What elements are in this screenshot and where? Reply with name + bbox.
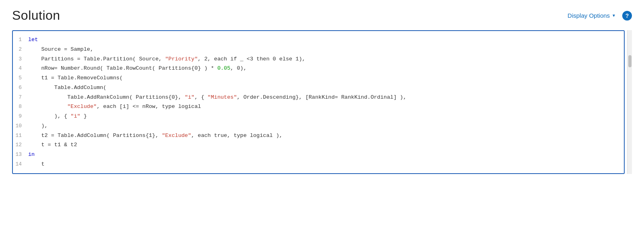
table-row: 3 Partitions = Table.Partition( Source, … — [13, 54, 624, 64]
line-number: 7 — [13, 93, 28, 102]
help-icon-label: ? — [625, 12, 629, 19]
code-token: let — [28, 37, 38, 43]
chevron-down-icon: ▼ — [612, 13, 616, 18]
line-content: Source = Sample, — [28, 45, 617, 54]
code-token: 0.05 — [217, 65, 230, 71]
code-token: Source = Sample, — [28, 46, 93, 52]
code-token: t — [28, 161, 45, 167]
code-token: , 2, each if _ <3 then 0 else 1), — [198, 56, 305, 62]
code-block: 1let2 Source = Sample,3 Partitions = Tab… — [13, 35, 624, 169]
line-number: 13 — [13, 150, 28, 160]
code-token: "Priority" — [165, 56, 198, 62]
line-number: 8 — [13, 102, 28, 112]
scrollbar-track[interactable] — [627, 30, 632, 174]
code-token: Table.AddColumn( — [28, 85, 106, 91]
code-token: , 0), — [230, 65, 247, 71]
code-token: Table.AddRankColumn( Partitions{0}, — [28, 94, 185, 100]
line-number: 5 — [13, 74, 28, 83]
line-content: ), { "i" } — [28, 112, 617, 121]
display-options-button[interactable]: Display Options ▼ — [565, 10, 618, 21]
line-number: 6 — [13, 83, 28, 93]
code-token: t2 = Table.AddColumn( Partitions{1}, — [28, 133, 162, 139]
line-content: Table.AddRankColumn( Partitions{0}, "i",… — [28, 93, 617, 102]
line-content: in — [28, 150, 617, 160]
line-content: Table.AddColumn( — [28, 83, 617, 93]
code-token: , Order.Descending}, [RankKind= RankKind… — [237, 94, 407, 100]
table-row: 4 nRow= Number.Round( Table.RowCount( Pa… — [13, 64, 624, 73]
code-token — [28, 104, 67, 110]
code-token: "Minutes" — [208, 94, 237, 100]
line-number: 14 — [13, 160, 28, 169]
display-options-label: Display Options — [568, 12, 610, 19]
line-number: 2 — [13, 45, 28, 54]
table-row: 12 t = t1 & t2 — [13, 140, 624, 150]
code-token: } — [80, 113, 87, 119]
code-token: , { — [194, 94, 207, 100]
line-number: 3 — [13, 55, 28, 64]
line-content: t1 = Table.RemoveColumns( — [28, 73, 617, 83]
header-right: Display Options ▼ ? — [565, 10, 632, 21]
line-content: t = t1 & t2 — [28, 140, 617, 150]
line-number: 1 — [13, 35, 28, 45]
code-token: "Exclude" — [67, 104, 97, 110]
help-button[interactable]: ? — [622, 11, 632, 21]
line-number: 11 — [13, 131, 28, 141]
code-token: in — [28, 151, 35, 157]
code-token: , each true, type logical ), — [191, 133, 283, 139]
scrollbar-thumb — [628, 55, 632, 67]
table-row: 14 t — [13, 160, 624, 169]
line-content: nRow= Number.Round( Table.RowCount( Part… — [28, 64, 617, 73]
table-row: 8 "Exclude", each [i] <= nRow, type logi… — [13, 102, 624, 112]
line-number: 12 — [13, 141, 28, 150]
table-row: 10 ), — [13, 121, 624, 131]
code-token: "i" — [185, 94, 194, 100]
line-number: 10 — [13, 122, 28, 131]
line-content: ), — [28, 121, 617, 131]
code-token: "i" — [70, 113, 80, 119]
table-row: 9 ), { "i" } — [13, 112, 624, 121]
line-content: let — [28, 35, 617, 45]
table-row: 11 t2 = Table.AddColumn( Partitions{1}, … — [13, 131, 624, 141]
line-content: t — [28, 160, 617, 169]
table-row: 2 Source = Sample, — [13, 45, 624, 54]
code-token: ), — [28, 123, 48, 129]
table-row: 6 Table.AddColumn( — [13, 83, 624, 93]
table-row: 13in — [13, 150, 624, 160]
page-title: Solution — [12, 8, 60, 23]
line-number: 9 — [13, 112, 28, 121]
line-content: Partitions = Table.Partition( Source, "P… — [28, 54, 617, 64]
line-content: "Exclude", each [i] <= nRow, type logica… — [28, 102, 617, 112]
code-token: "Exclude" — [162, 133, 191, 139]
header: Solution Display Options ▼ ? — [12, 8, 632, 23]
code-container: 1let2 Source = Sample,3 Partitions = Tab… — [12, 30, 625, 174]
code-token: nRow= Number.Round( Table.RowCount( Part… — [28, 65, 217, 71]
table-row: 1let — [13, 35, 624, 45]
code-token: Partitions = Table.Partition( Source, — [28, 56, 165, 62]
page-container: Solution Display Options ▼ ? 1let2 Sourc… — [0, 0, 644, 232]
code-token: t1 = Table.RemoveColumns( — [28, 75, 123, 81]
line-number: 4 — [13, 64, 28, 73]
code-token: , each [i] <= nRow, type logical — [97, 104, 201, 110]
table-row: 7 Table.AddRankColumn( Partitions{0}, "i… — [13, 93, 624, 102]
code-token: ), { — [28, 113, 70, 119]
line-content: t2 = Table.AddColumn( Partitions{1}, "Ex… — [28, 131, 617, 141]
table-row: 5 t1 = Table.RemoveColumns( — [13, 73, 624, 83]
code-token: t = t1 & t2 — [28, 142, 77, 148]
